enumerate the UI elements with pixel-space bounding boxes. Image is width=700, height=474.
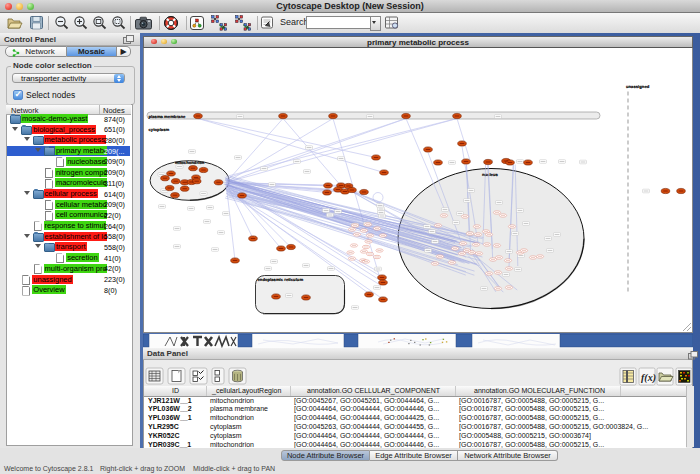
svg-text:endoplasmic reticulum: endoplasmic reticulum [258, 276, 304, 281]
svg-text:f(x): f(x) [641, 372, 656, 384]
svg-text:nucleus: nucleus [482, 171, 498, 176]
svg-text:unassigned: unassigned [626, 83, 649, 88]
svg-text:cytoplasm: cytoplasm [149, 126, 170, 131]
svg-text:mitochondrion: mitochondrion [175, 159, 204, 164]
svg-text:plasma membrane: plasma membrane [149, 113, 186, 118]
